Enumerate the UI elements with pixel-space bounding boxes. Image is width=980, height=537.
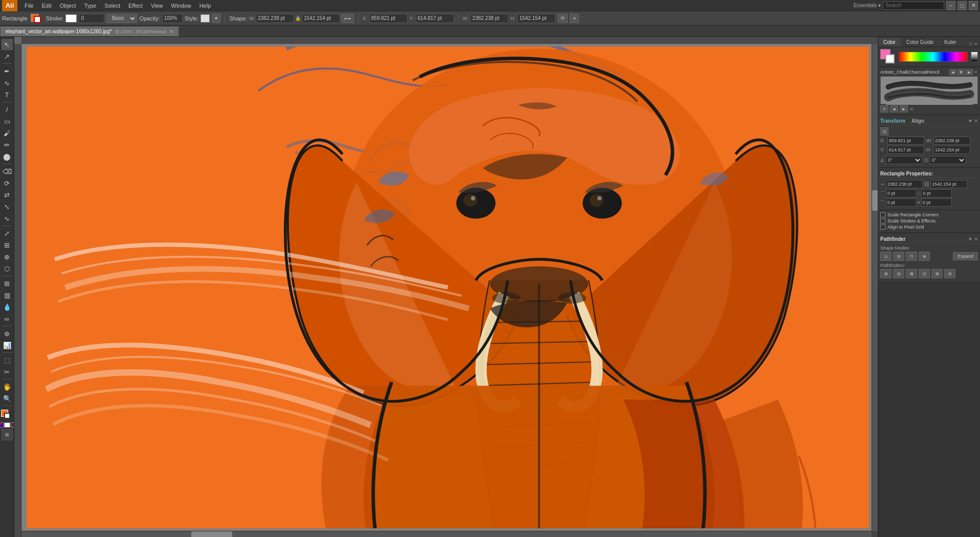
tab-kuler[interactable]: Kuler: [939, 38, 962, 47]
perspective-tool[interactable]: ⬡: [2, 263, 13, 274]
fill-stroke-indicator[interactable]: [30, 13, 44, 24]
x-input[interactable]: 859.821 pt: [369, 14, 408, 23]
scale-strokes-cb[interactable]: [880, 218, 885, 223]
transform-h-input[interactable]: 1542.154 pt: [933, 146, 970, 154]
rect-w-input[interactable]: 2382.238 pt: [886, 180, 923, 188]
scroll-right[interactable]: [872, 44, 878, 531]
transform-close-btn[interactable]: ✕: [974, 118, 978, 124]
menu-help[interactable]: Help: [195, 2, 215, 10]
expand-panel-btn[interactable]: ⟩⟩: [969, 41, 973, 47]
transform-w-input[interactable]: 2382.238 pt: [933, 137, 970, 145]
scroll-bottom[interactable]: [21, 531, 872, 537]
type-tool[interactable]: T: [2, 89, 13, 100]
reflect-tool[interactable]: ⇄: [2, 189, 13, 200]
brush-next-btn[interactable]: ►: [900, 105, 908, 113]
unite-btn[interactable]: ⊔: [880, 252, 892, 261]
anchor-tl[interactable]: ⊡: [880, 127, 888, 136]
close-btn[interactable]: ✕: [969, 1, 978, 10]
rect-h-input[interactable]: 1542.154 pt: [930, 180, 967, 188]
brush-panel-prev[interactable]: ◄: [949, 69, 956, 75]
scroll-thumb-v[interactable]: [872, 190, 878, 211]
stroke-swatch[interactable]: [65, 14, 77, 23]
stroke-color-box[interactable]: [34, 16, 41, 23]
brush-panel-collapse[interactable]: ▼: [957, 69, 965, 75]
gradient-tool[interactable]: ▥: [2, 289, 13, 301]
transform-collapse-btn[interactable]: ▼: [968, 118, 973, 124]
rect-link-icon[interactable]: ⛓: [924, 181, 929, 187]
w2-input[interactable]: 2382.238 pt: [470, 14, 508, 23]
outline-btn[interactable]: ⊞: [931, 269, 943, 278]
corner2-input[interactable]: 0 pt: [921, 189, 952, 197]
transform-y-input[interactable]: 614.817 pt: [887, 146, 924, 154]
direct-selection-tool[interactable]: ↗: [2, 51, 13, 62]
stroke-weight-input[interactable]: [79, 14, 104, 23]
corner1-input[interactable]: 0 pt: [886, 189, 917, 197]
menu-effect[interactable]: Effect: [124, 2, 147, 10]
tab-close-btn[interactable]: ✕: [169, 29, 173, 34]
transform-options-btn[interactable]: ⟳: [558, 14, 568, 23]
menu-view[interactable]: View: [147, 2, 167, 10]
pathfinder-collapse-btn[interactable]: ▼: [968, 236, 973, 242]
width-input[interactable]: 2382.238 pt: [256, 14, 294, 23]
selection-tool[interactable]: ↖: [2, 39, 13, 50]
zoom-tool[interactable]: 🔍: [2, 393, 13, 404]
artwork-container[interactable]: [21, 44, 872, 531]
document-tab[interactable]: elephant_vector_art-wallpaper-1680x1260.…: [0, 26, 179, 36]
tab-color[interactable]: Color: [878, 38, 901, 47]
rect-tool[interactable]: ▭: [2, 116, 13, 127]
align-title[interactable]: Align: [911, 118, 924, 124]
divide-btn[interactable]: ⊞: [880, 269, 892, 278]
mesh-tool[interactable]: ⊞: [2, 278, 13, 289]
scale-rect-corners-cb[interactable]: [880, 212, 885, 217]
shapebuilder-tool[interactable]: ⊕: [2, 251, 13, 262]
brush-panel-next[interactable]: ►: [966, 69, 973, 75]
intersect-btn[interactable]: ⊓: [906, 252, 917, 261]
corner4-input[interactable]: 0 pt: [921, 198, 952, 207]
collapse-panel-btn[interactable]: ✕: [974, 41, 978, 47]
minus-back-btn[interactable]: ⊟: [944, 269, 955, 278]
column-graph-tool[interactable]: 📊: [2, 340, 13, 351]
minus-front-btn[interactable]: ⊟: [893, 252, 904, 261]
trim-btn[interactable]: ⊟: [893, 269, 904, 278]
expand-btn[interactable]: Expand: [953, 252, 978, 260]
brush-prev-btn[interactable]: ◄: [890, 105, 898, 113]
merge-btn[interactable]: ⊠: [906, 269, 917, 278]
menu-file[interactable]: File: [20, 2, 38, 10]
exclude-btn[interactable]: ⊕: [919, 252, 930, 261]
brush-panel-close[interactable]: ✕: [974, 69, 978, 75]
crop-btn[interactable]: ⊡: [919, 269, 930, 278]
rotate-tool[interactable]: ⟳: [2, 177, 13, 189]
hand-tool[interactable]: 🖐: [2, 381, 13, 392]
constrain-btn[interactable]: ⟷: [341, 14, 354, 23]
minimize-btn[interactable]: −: [946, 1, 955, 10]
menu-object[interactable]: Object: [56, 2, 80, 10]
color-spectrum[interactable]: [899, 52, 968, 62]
corner3-input[interactable]: 0 pt: [886, 198, 917, 207]
y-input[interactable]: 614.817 pt: [416, 14, 454, 23]
line-tool[interactable]: /: [2, 104, 13, 115]
fill-stroke-bottom[interactable]: [1, 410, 13, 421]
angle2-select[interactable]: 0°: [929, 156, 966, 164]
menu-select[interactable]: Select: [100, 2, 124, 10]
paintbrush-tool[interactable]: 🖌: [2, 127, 13, 139]
color-mode-color[interactable]: [0, 422, 4, 428]
pencil-tool[interactable]: ✏: [2, 139, 13, 150]
freetransform-tool[interactable]: ⊞: [2, 239, 13, 251]
pathfinder-close-btn[interactable]: ✕: [974, 236, 978, 242]
slice-tool[interactable]: ✂: [2, 366, 13, 377]
artboard-tool[interactable]: ⬚: [2, 354, 13, 366]
scroll-thumb-h[interactable]: [191, 531, 232, 537]
warp-tool[interactable]: ∿: [2, 213, 13, 224]
eraser-tool[interactable]: ⌫: [2, 166, 13, 177]
search-input[interactable]: [883, 2, 944, 10]
fill-stroke-swatches[interactable]: [880, 49, 896, 64]
angle1-select[interactable]: 0°: [885, 156, 922, 164]
transform-x-input[interactable]: 859.821 pt: [887, 137, 924, 145]
color-mode-white[interactable]: [4, 422, 10, 428]
align-distribute-btn[interactable]: ≡: [570, 14, 578, 23]
canvas-area[interactable]: [14, 37, 878, 537]
menu-window[interactable]: Window: [167, 2, 195, 10]
pen-tool[interactable]: ✒: [2, 65, 13, 77]
restore-btn[interactable]: □: [957, 1, 967, 10]
curvature-tool[interactable]: ∿: [2, 77, 13, 88]
